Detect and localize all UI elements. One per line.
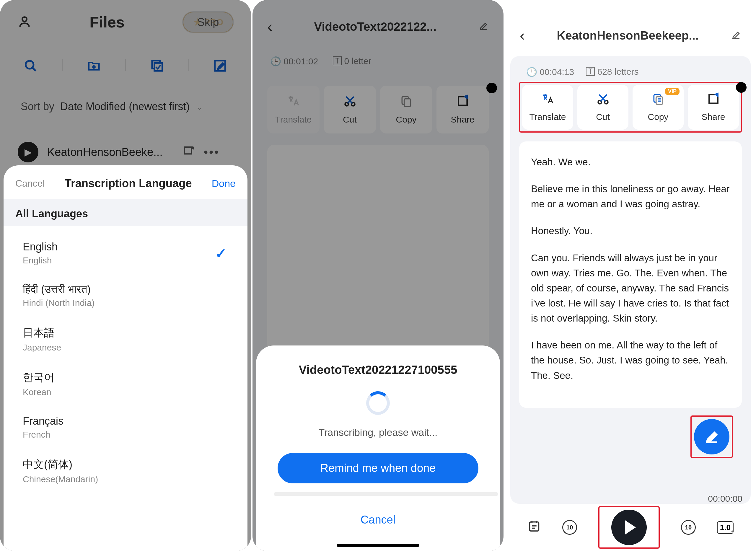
language-sheet: Cancel Transcription Language Done All L… <box>4 165 247 551</box>
transcript-text[interactable]: Yeah. We we. Believe me in this loneline… <box>519 141 742 408</box>
edit-fab-highlight <box>690 416 733 458</box>
time-label: 00:00:00 <box>708 494 742 504</box>
cancel-button[interactable]: Cancel <box>274 508 482 532</box>
play-highlight <box>598 506 660 549</box>
remind-button[interactable]: Remind me when done <box>277 453 479 483</box>
check-icon: ✓ <box>215 245 227 261</box>
language-list: EnglishEnglish✓ हिंदी (उत्तरी भारत)Hindi… <box>12 232 239 493</box>
files-screen: Files ★ PRO Skip Sort by Date Modified (… <box>0 0 251 551</box>
letters-label: 🅃 628 letters <box>586 67 639 77</box>
lang-item-hindi[interactable]: हिंदी (उत्तरी भारत)Hindi (North India) <box>12 274 239 317</box>
transcript-line: Yeah. We we. <box>531 154 730 169</box>
forward-10-icon[interactable]: 10 <box>681 520 696 535</box>
translate-button[interactable]: Translate <box>522 85 573 130</box>
home-indicator[interactable] <box>337 544 419 547</box>
cut-icon <box>597 92 610 108</box>
doc-meta: 🕒 00:04:13 🅃 628 letters <box>519 62 742 82</box>
copy-button[interactable]: VIPCopy <box>633 85 684 130</box>
sheet-title: Transcription Language <box>65 177 192 190</box>
svg-rect-25 <box>530 522 539 531</box>
back-button[interactable]: ‹ <box>520 27 525 44</box>
transcript-line: Can you. Friends will always just be in … <box>531 250 730 326</box>
progress-status: Transcribing, please wait... <box>274 427 482 438</box>
edit-fab[interactable] <box>694 419 729 455</box>
speed-button[interactable]: 1.0 <box>717 521 734 534</box>
spinner-icon <box>366 391 390 415</box>
lang-item-chinese[interactable]: 中文(简体)Chinese(Mandarin) <box>12 449 239 493</box>
edit-title-icon[interactable] <box>731 30 741 41</box>
progress-title: VideotoText20221227100555 <box>274 363 482 377</box>
transcript-line: I have been on me. All the way to the le… <box>531 338 730 383</box>
cut-button[interactable]: Cut <box>577 85 628 130</box>
transcribing-screen: ‹ VideotoText2022122... 🕒 00:01:02 🅃 0 l… <box>252 0 504 551</box>
player-footer: 00:00:00 10 10 1.0 <box>505 504 756 551</box>
lang-item-english[interactable]: EnglishEnglish✓ <box>12 232 239 274</box>
lang-item-french[interactable]: FrançaisFrench <box>12 406 239 449</box>
lang-item-korean[interactable]: 한국어Korean <box>12 362 239 406</box>
duration-label: 🕒 00:04:13 <box>526 67 574 77</box>
cancel-button[interactable]: Cancel <box>15 178 45 189</box>
result-screen: ‹ KeatonHensonBeekeep... 🕒 00:04:13 🅃 62… <box>505 0 756 551</box>
transcript-line: Believe me in this loneliness or go away… <box>531 181 730 211</box>
scroll-indicator[interactable] <box>736 82 747 93</box>
progress-bar <box>274 492 498 496</box>
doc-title: KeatonHensonBeekeep... <box>542 29 713 42</box>
play-icon <box>625 520 636 534</box>
play-button[interactable] <box>611 510 647 545</box>
rewind-10-icon[interactable]: 10 <box>562 520 577 535</box>
share-icon <box>707 92 720 108</box>
vip-badge: VIP <box>665 88 680 95</box>
progress-sheet: VideotoText20221227100555 Transcribing, … <box>256 346 500 551</box>
share-button[interactable]: Share <box>688 85 739 130</box>
svg-rect-24 <box>709 94 718 103</box>
notes-icon[interactable] <box>528 519 541 536</box>
transcript-line: Honestly. You. <box>531 223 730 238</box>
actions-highlight: Translate Cut VIPCopy Share <box>519 82 742 133</box>
lang-item-japanese[interactable]: 日本語Japanese <box>12 317 239 362</box>
done-button[interactable]: Done <box>212 178 236 189</box>
copy-icon <box>652 92 665 108</box>
translate-icon <box>541 92 554 108</box>
all-languages-header: All Languages <box>4 199 247 226</box>
result-body: 🕒 00:04:13 🅃 628 letters Translate Cut V… <box>510 56 751 504</box>
